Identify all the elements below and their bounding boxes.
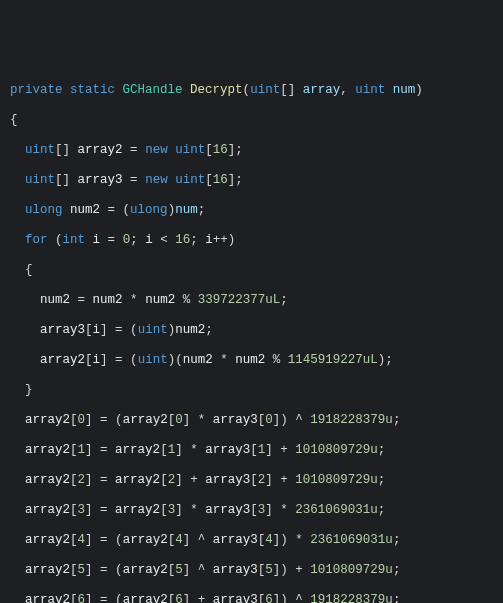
array2-i-assign: array2[i] = (uint)(num2 * num2 % 1145919… (10, 353, 493, 368)
array2-6: array2[6] = (array2[6] + array3[6]) ^ 19… (10, 593, 493, 603)
array2-1: array2[1] = array2[1] * array3[1] + 1010… (10, 443, 493, 458)
array2-3: array2[3] = array2[3] * array3[3] * 2361… (10, 503, 493, 518)
method-name: Decrypt (190, 83, 243, 97)
array2-0: array2[0] = (array2[0] * array3[0]) ^ 19… (10, 413, 493, 428)
decl-array3: uint[] array3 = new uint[16]; (10, 173, 493, 188)
decl-num2: ulong num2 = (ulong)num; (10, 203, 493, 218)
for-loop-1: for (int i = 0; i < 16; i++) (10, 233, 493, 248)
array2-5: array2[5] = (array2[5] ^ array3[5]) + 10… (10, 563, 493, 578)
array2-4: array2[4] = (array2[4] ^ array3[4]) * 23… (10, 533, 493, 548)
brace-close-2: } (10, 383, 493, 398)
keyword-private: private (10, 83, 63, 97)
array3-i-assign: array3[i] = (uint)num2; (10, 323, 493, 338)
decl-array2: uint[] array2 = new uint[16]; (10, 143, 493, 158)
method-signature: private static GCHandle Decrypt(uint[] a… (10, 83, 493, 98)
keyword-static: static (70, 83, 115, 97)
code-block: private static GCHandle Decrypt(uint[] a… (10, 68, 493, 603)
brace-open: { (10, 113, 493, 128)
array2-2: array2[2] = array2[2] + array3[2] + 1010… (10, 473, 493, 488)
brace-open-2: { (10, 263, 493, 278)
type-gchandle: GCHandle (123, 83, 183, 97)
num2-assign: num2 = num2 * num2 % 339722377uL; (10, 293, 493, 308)
